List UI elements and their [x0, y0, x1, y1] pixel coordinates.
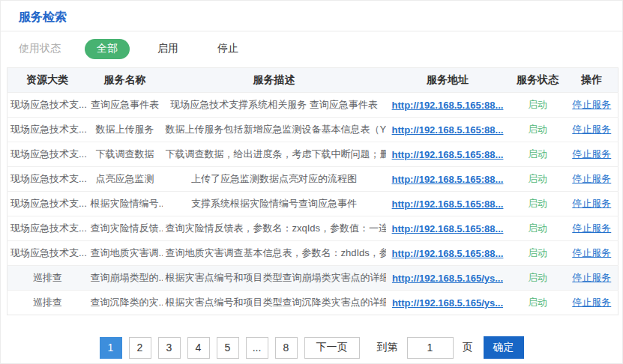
cell-description: 查询灾险情反馈表，参数名：zxqIds，参数值：一连...: [163, 216, 386, 241]
cell-description: 支撑系统根据灾险情编号查询应急事件: [163, 192, 386, 216]
page-title: 服务检索: [19, 9, 622, 25]
cell-name: 根据灾险情编号...: [88, 192, 163, 216]
page-button-3[interactable]: 3: [158, 337, 181, 359]
page-button-4[interactable]: 4: [187, 337, 210, 359]
page-ellipsis-button[interactable]: ...: [246, 337, 268, 359]
col-header-name: 服务名称: [88, 68, 163, 93]
next-page-button[interactable]: 下一页: [304, 337, 360, 359]
status-badge: 启动: [510, 266, 566, 291]
goto-prefix-label: 到第: [377, 341, 398, 354]
stop-service-link[interactable]: 停止服务: [572, 297, 611, 308]
cell-description: 根据灾害点编号和项目类型查询沉降类灾害点的详细...: [163, 291, 386, 315]
table-row: 现场应急技术支... 查询应急事件表 现场应急技术支撑系统相关服务 查询应急事件…: [7, 93, 619, 118]
page-button-5[interactable]: 5: [217, 337, 239, 359]
service-url-link[interactable]: http://192.168.5.165/ys...: [392, 273, 503, 284]
page-button-8[interactable]: 8: [275, 337, 298, 359]
table-row: 现场应急技术支... 点亮应急监测 上传了应急监测数据点亮对应的流程图 http…: [7, 167, 619, 192]
cell-description: 数据上传服务包括新增应急监测设备基本信息表（YJB...: [163, 118, 386, 142]
filter-option-enabled[interactable]: 启用: [146, 39, 190, 59]
service-search-panel: 服务检索 使用状态 全部 启用 停止 资源大类 服务名称 服务描述 服务地址 服…: [0, 0, 623, 364]
cell-name: 查询灾险情反馈...: [88, 216, 163, 241]
table-row: 巡排查 查询沉降类的灾... 根据灾害点编号和项目类型查询沉降类灾害点的详细..…: [7, 291, 619, 315]
stop-service-link[interactable]: 停止服务: [572, 272, 611, 283]
stop-service-link[interactable]: 停止服务: [572, 198, 611, 209]
table-header-row: 资源大类 服务名称 服务描述 服务地址 服务状态 操作: [7, 68, 619, 93]
cell-description: 现场应急技术支撑系统相关服务 查询应急事件表: [163, 93, 386, 118]
col-header-operation: 操作: [566, 68, 619, 93]
service-url-link[interactable]: http://192.168.5.165/ys...: [392, 297, 503, 309]
status-badge: 启动: [510, 291, 566, 315]
table-row: 现场应急技术支... 数据上传服务 数据上传服务包括新增应急监测设备基本信息表（…: [7, 118, 619, 142]
status-badge: 启动: [510, 118, 566, 142]
cell-description: 上传了应急监测数据点亮对应的流程图: [163, 167, 386, 192]
table-row: 现场应急技术支... 根据灾险情编号... 支撑系统根据灾险情编号查询应急事件 …: [7, 192, 619, 216]
service-url-link[interactable]: http://192.168.5.165:88...: [392, 100, 504, 111]
page-button-2[interactable]: 2: [129, 337, 151, 359]
cell-category: 巡排查: [7, 291, 88, 315]
pagination: 1 2 3 4 5 ... 8 下一页 到第 页 确定: [1, 336, 622, 359]
status-filter-bar: 使用状态 全部 启用 停止: [1, 31, 622, 66]
table-row: 现场应急技术支... 查询灾险情反馈... 查询灾险情反馈表，参数名：zxqId…: [7, 216, 619, 241]
confirm-button[interactable]: 确定: [484, 336, 524, 359]
table-row: 现场应急技术支... 下载调查数据 下载调查数据，给出进度条，考虑下载中断问题；…: [7, 142, 619, 167]
cell-category: 现场应急技术支...: [7, 216, 88, 241]
filter-label: 使用状态: [19, 42, 61, 55]
page-button-1[interactable]: 1: [100, 337, 122, 359]
table-row: 现场应急技术支... 查询地质灾害调... 查询地质灾害调查基本信息表，参数名：…: [7, 241, 619, 266]
cell-name: 数据上传服务: [88, 118, 163, 142]
goto-suffix-label: 页: [463, 341, 473, 354]
cell-category: 现场应急技术支...: [7, 241, 88, 266]
service-url-link[interactable]: http://192.168.5.165:88...: [392, 174, 504, 185]
service-url-link[interactable]: http://192.168.5.165:88...: [392, 223, 504, 234]
goto-page-group: 到第 页 确定: [377, 336, 524, 359]
col-header-status: 服务状态: [510, 68, 566, 93]
cell-name: 下载调查数据: [88, 142, 163, 167]
status-badge: 启动: [510, 167, 566, 192]
stop-service-link[interactable]: 停止服务: [572, 247, 611, 258]
cell-category: 现场应急技术支...: [7, 192, 88, 216]
cell-category: 巡排查: [7, 266, 88, 291]
cell-name: 点亮应急监测: [88, 167, 163, 192]
service-url-link[interactable]: http://192.168.5.165:88...: [392, 198, 504, 210]
table-row: 巡排查 查询崩塌类型的... 根据灾害点编号和项目类型查询崩塌类灾害点的详细..…: [7, 266, 619, 291]
service-url-link[interactable]: http://192.168.5.165:88...: [392, 124, 504, 136]
stop-service-link[interactable]: 停止服务: [572, 124, 611, 135]
status-badge: 启动: [510, 216, 566, 241]
cell-category: 现场应急技术支...: [7, 142, 88, 167]
status-badge: 启动: [510, 241, 566, 266]
service-url-link[interactable]: http://192.168.5.165:88...: [392, 248, 504, 259]
cell-description: 下载调查数据，给出进度条，考虑下载中断问题；删...: [163, 142, 386, 167]
cell-description: 根据灾害点编号和项目类型查询崩塌类灾害点的详细...: [163, 266, 386, 291]
goto-page-input[interactable]: [407, 337, 454, 359]
col-header-category: 资源大类: [7, 68, 88, 93]
service-url-link[interactable]: http://192.168.5.165:88...: [392, 149, 504, 160]
stop-service-link[interactable]: 停止服务: [572, 99, 611, 110]
cell-name: 查询崩塌类型的...: [88, 266, 163, 291]
cell-description: 查询地质灾害调查基本信息表，参数名：zhdIds，参...: [163, 241, 386, 266]
stop-service-link[interactable]: 停止服务: [572, 148, 611, 160]
col-header-url: 服务地址: [386, 68, 510, 93]
cell-name: 查询应急事件表: [88, 93, 163, 118]
cell-category: 现场应急技术支...: [7, 93, 88, 118]
cell-name: 查询沉降类的灾...: [88, 291, 163, 315]
status-badge: 启动: [510, 192, 566, 216]
cell-name: 查询地质灾害调...: [88, 241, 163, 266]
filter-option-stopped[interactable]: 停止: [206, 39, 250, 59]
status-badge: 启动: [510, 142, 566, 167]
stop-service-link[interactable]: 停止服务: [572, 173, 611, 184]
status-badge: 启动: [510, 93, 566, 118]
stop-service-link[interactable]: 停止服务: [572, 222, 611, 234]
cell-category: 现场应急技术支...: [7, 167, 88, 192]
cell-category: 现场应急技术支...: [7, 118, 88, 142]
panel-header: 服务检索: [1, 1, 622, 31]
col-header-description: 服务描述: [163, 68, 386, 93]
service-table: 资源大类 服务名称 服务描述 服务地址 服务状态 操作 现场应急技术支... 查…: [7, 67, 619, 315]
filter-option-all[interactable]: 全部: [85, 39, 130, 59]
